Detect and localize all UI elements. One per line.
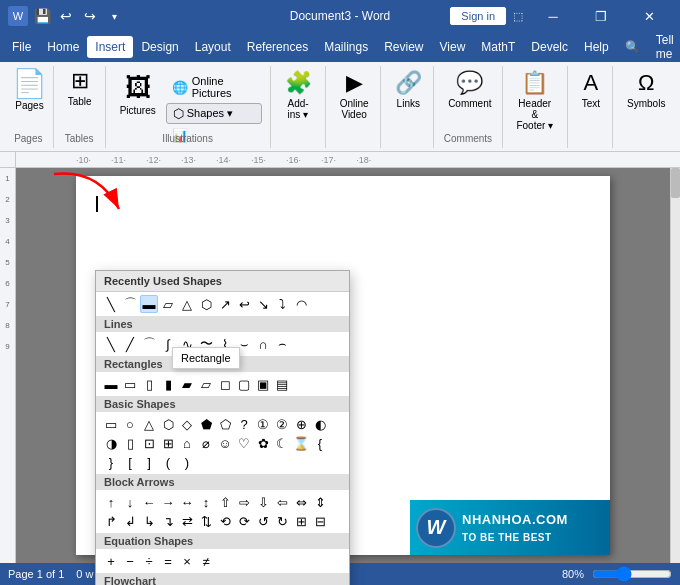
shape-item[interactable]: −: [121, 552, 139, 570]
shape-item[interactable]: ?: [235, 415, 253, 433]
shape-item[interactable]: ∩: [254, 335, 272, 353]
shape-item[interactable]: △: [140, 415, 158, 433]
shape-item[interactable]: ⇕: [311, 493, 329, 511]
shape-item[interactable]: [: [121, 453, 139, 471]
text-button[interactable]: A Text: [576, 66, 606, 113]
links-button[interactable]: 🔗 Links: [389, 66, 428, 113]
shape-rect[interactable]: ▬: [140, 295, 158, 313]
header-footer-button[interactable]: 📋 Header &Footer ▾: [511, 66, 559, 135]
menu-insert[interactable]: Insert: [87, 36, 133, 58]
shape-item[interactable]: ◠: [292, 295, 310, 313]
shape-item[interactable]: ⊟: [311, 512, 329, 530]
ribbon-display-button[interactable]: ⬚: [508, 6, 528, 26]
shape-item[interactable]: ╲: [102, 295, 120, 313]
shape-item[interactable]: ↓: [121, 493, 139, 511]
shape-item[interactable]: ✿: [254, 434, 272, 452]
menu-home[interactable]: Home: [39, 36, 87, 58]
shape-item[interactable]: ②: [273, 415, 291, 433]
shape-item[interactable]: ↴: [159, 512, 177, 530]
menu-mailings[interactable]: Mailings: [316, 36, 376, 58]
shape-item[interactable]: →: [159, 493, 177, 511]
menu-search[interactable]: 🔍: [617, 36, 648, 58]
zoom-slider[interactable]: [592, 566, 672, 582]
shape-item[interactable]: ⟳: [235, 512, 253, 530]
symbols-button[interactable]: Ω Symbols: [621, 66, 671, 113]
shape-item[interactable]: ♡: [235, 434, 253, 452]
shape-item[interactable]: ▯: [121, 434, 139, 452]
menu-mathtype[interactable]: MathT: [473, 36, 523, 58]
customize-toolbar-button[interactable]: ▾: [104, 6, 124, 26]
shape-item[interactable]: ]: [140, 453, 158, 471]
menu-design[interactable]: Design: [133, 36, 186, 58]
shape-item[interactable]: ⌂: [178, 434, 196, 452]
shape-item[interactable]: ▢: [235, 375, 253, 393]
table-button[interactable]: ⊞ Table: [62, 66, 98, 111]
pictures-button[interactable]: 🖼 Pictures: [114, 70, 162, 138]
shape-item[interactable]: ↲: [121, 512, 139, 530]
shape-item[interactable]: }: [102, 453, 120, 471]
menu-review[interactable]: Review: [376, 36, 431, 58]
menu-developer[interactable]: Develc: [523, 36, 576, 58]
shape-item[interactable]: ⊞: [159, 434, 177, 452]
shape-item[interactable]: ↻: [273, 512, 291, 530]
shape-item[interactable]: ↩: [235, 295, 253, 313]
shape-item[interactable]: ⟲: [216, 512, 234, 530]
menu-layout[interactable]: Layout: [187, 36, 239, 58]
shape-item[interactable]: ▭: [102, 415, 120, 433]
pages-button[interactable]: 📄 Pages: [12, 66, 47, 111]
sign-in-button[interactable]: Sign in: [450, 7, 506, 25]
shape-item[interactable]: ⬡: [159, 415, 177, 433]
shape-item[interactable]: ↳: [140, 512, 158, 530]
shape-item[interactable]: ▣: [254, 375, 272, 393]
shape-item[interactable]: ◻: [216, 375, 234, 393]
minimize-button[interactable]: ─: [530, 0, 576, 32]
shape-item[interactable]: ÷: [140, 552, 158, 570]
scrollbar-thumb[interactable]: [671, 168, 680, 198]
shape-item[interactable]: ⤵: [273, 295, 291, 313]
shape-item[interactable]: ▭: [121, 375, 139, 393]
shape-item[interactable]: ≠: [197, 552, 215, 570]
shape-item[interactable]: ↕: [197, 493, 215, 511]
shape-item[interactable]: ⇅: [197, 512, 215, 530]
shape-item[interactable]: ◑: [102, 434, 120, 452]
online-pictures-button[interactable]: 🌐 Online Pictures: [166, 72, 262, 102]
online-video-button[interactable]: ▶ OnlineVideo: [334, 66, 375, 124]
menu-references[interactable]: References: [239, 36, 316, 58]
shape-item[interactable]: +: [102, 552, 120, 570]
redo-button[interactable]: ↪: [80, 6, 100, 26]
shapes-button[interactable]: ⬡ Shapes ▾: [166, 103, 262, 124]
shape-item[interactable]: ▤: [273, 375, 291, 393]
shape-item[interactable]: ○: [121, 415, 139, 433]
save-button[interactable]: 💾: [32, 6, 52, 26]
shape-item[interactable]: ⊞: [292, 512, 310, 530]
shape-item[interactable]: ◇: [178, 415, 196, 433]
shape-item[interactable]: ⬡: [197, 295, 215, 313]
addins-button[interactable]: 🧩 Add-ins ▾: [279, 66, 318, 124]
shape-item[interactable]: ⇧: [216, 493, 234, 511]
shape-item[interactable]: ╱: [121, 335, 139, 353]
shape-item[interactable]: ↺: [254, 512, 272, 530]
shape-item[interactable]: ⌢: [273, 335, 291, 353]
shape-item[interactable]: ⇔: [292, 493, 310, 511]
menu-tellme[interactable]: Tell me: [648, 29, 680, 65]
comment-button[interactable]: 💬 Comment: [442, 66, 497, 113]
shape-item[interactable]: ①: [254, 415, 272, 433]
shape-item[interactable]: △: [178, 295, 196, 313]
shape-item[interactable]: ☺: [216, 434, 234, 452]
shape-item[interactable]: ↑: [102, 493, 120, 511]
shape-item[interactable]: ↔: [178, 493, 196, 511]
shape-item[interactable]: ⇩: [254, 493, 272, 511]
shape-item[interactable]: ▰: [178, 375, 196, 393]
shape-item[interactable]: ▬: [102, 375, 120, 393]
scrollbar-vertical[interactable]: [670, 168, 680, 563]
shape-item[interactable]: =: [159, 552, 177, 570]
shape-item[interactable]: ◐: [311, 415, 329, 433]
shape-item[interactable]: ↘: [254, 295, 272, 313]
shape-item[interactable]: ⌀: [197, 434, 215, 452]
shape-item[interactable]: ▮: [159, 375, 177, 393]
shape-item[interactable]: ⇄: [178, 512, 196, 530]
shape-item[interactable]: ⇦: [273, 493, 291, 511]
shape-item[interactable]: ): [178, 453, 196, 471]
shape-item[interactable]: ▱: [197, 375, 215, 393]
shape-item[interactable]: ⌒: [140, 335, 158, 353]
